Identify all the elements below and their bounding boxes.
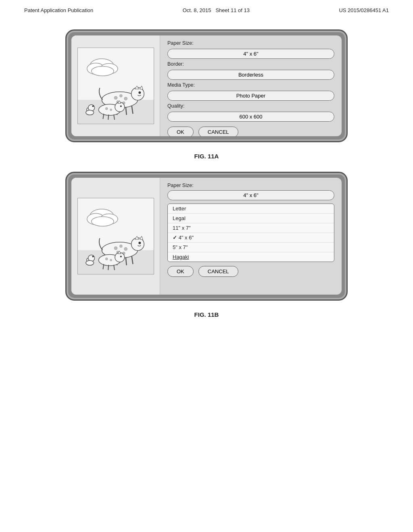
svg-point-57 [105, 258, 108, 260]
cancel-button-11a[interactable]: CANCEL [198, 127, 238, 136]
svg-point-32 [92, 105, 94, 107]
paper-size-value-11a[interactable]: 4" x 6" [167, 49, 334, 59]
dropdown-item-legal[interactable]: Legal [168, 214, 334, 223]
device-screen-11b: Paper Size: 4" x 6" Letter Legal 11" x 7… [65, 172, 348, 301]
svg-point-11 [114, 96, 117, 100]
svg-point-31 [86, 110, 94, 115]
svg-point-10 [138, 91, 141, 94]
svg-point-23 [120, 105, 121, 107]
svg-point-65 [92, 256, 94, 257]
svg-point-45 [119, 245, 122, 247]
dropdown-item-letter[interactable]: Letter [168, 204, 334, 214]
selected-value-11b[interactable]: 4" x 6" [167, 190, 334, 200]
svg-point-58 [110, 259, 112, 261]
paper-size-label-11b: Paper Size: [167, 183, 334, 188]
settings-panel-11b: Paper Size: 4" x 6" Letter Legal 11" x 7… [160, 178, 342, 295]
quality-value-11a[interactable]: 600 x 600 [167, 112, 334, 122]
svg-point-21 [115, 102, 125, 112]
screen-inner-11a: Paper Size: 4" x 6" Border: Borderless M… [71, 35, 342, 136]
screen-inner-11b: Paper Size: 4" x 6" Letter Legal 11" x 7… [71, 178, 342, 295]
settings-panel-11a: Paper Size: 4" x 6" Border: Borderless M… [160, 35, 342, 136]
svg-point-44 [114, 247, 117, 250]
cheetah-svg-11a [78, 48, 154, 124]
fig-11a-label: FIG. 11A [194, 153, 219, 160]
svg-point-25 [110, 109, 112, 111]
quality-label-11a: Quality: [167, 103, 334, 109]
image-preview-11b [71, 178, 160, 295]
svg-point-54 [115, 253, 125, 262]
media-type-label-11a: Media Type: [167, 82, 334, 88]
patent-header: Patent Application Publication Oct. 8, 2… [0, 0, 413, 17]
paper-size-label-11a: Paper Size: [167, 40, 334, 46]
image-preview-11a [71, 35, 160, 136]
header-left: Patent Application Publication [24, 7, 93, 13]
ok-button-11a[interactable]: OK [167, 127, 194, 136]
svg-point-24 [105, 107, 108, 110]
buttons-row-11b: OK CANCEL [167, 266, 334, 277]
dropdown-list-11b[interactable]: Letter Legal 11" x 7" 4" x 6" 5" x 7" Ha… [167, 204, 334, 262]
buttons-row-11a: OK CANCEL [167, 127, 334, 136]
cancel-button-11b[interactable]: CANCEL [198, 266, 238, 277]
cheetah-image-11a [77, 48, 154, 124]
svg-line-60 [108, 265, 108, 270]
svg-point-64 [86, 260, 94, 265]
border-value-11a[interactable]: Borderless [167, 70, 334, 80]
svg-point-46 [124, 247, 127, 251]
svg-point-56 [120, 256, 121, 257]
dropdown-item-11x7[interactable]: 11" x 7" [168, 223, 334, 233]
dropdown-item-4x6[interactable]: 4" x 6" [168, 233, 334, 243]
svg-point-43 [138, 242, 141, 244]
fig-11b-label: FIG. 11B [194, 311, 219, 318]
border-label-11a: Border: [167, 61, 334, 67]
cheetah-image-11b [77, 198, 154, 274]
dropdown-item-hagaki[interactable]: Hagaki [168, 252, 334, 262]
svg-point-12 [119, 94, 122, 97]
ok-button-11b[interactable]: OK [167, 266, 194, 277]
header-center: Oct. 8, 2015 Sheet 11 of 13 [183, 7, 250, 13]
header-right: US 2015/0286451 A1 [339, 7, 389, 13]
svg-point-13 [124, 97, 127, 100]
media-type-value-11a[interactable]: Photo Paper [167, 91, 334, 101]
main-content: Paper Size: 4" x 6" Border: Borderless M… [0, 17, 413, 322]
svg-point-5 [91, 66, 113, 76]
dropdown-item-5x7[interactable]: 5" x 7" [168, 243, 334, 252]
device-screen-11a: Paper Size: 4" x 6" Border: Borderless M… [65, 29, 348, 142]
svg-line-27 [108, 114, 108, 120]
svg-point-38 [91, 217, 113, 227]
cheetah-svg-11b [78, 198, 154, 274]
